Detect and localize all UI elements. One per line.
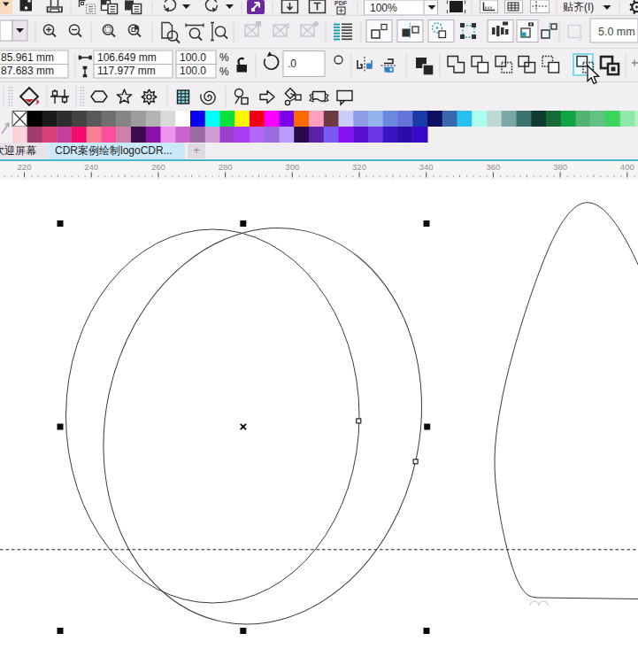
svg-text:360: 360	[486, 162, 500, 172]
svg-text:100.0: 100.0	[180, 65, 206, 77]
svg-text:5.0 mm: 5.0 mm	[598, 26, 635, 38]
svg-text:100.0: 100.0	[180, 51, 206, 64]
svg-text:400: 400	[620, 162, 634, 172]
svg-text:280: 280	[219, 162, 233, 172]
svg-text:85.961 mm: 85.961 mm	[1, 51, 54, 64]
svg-text:PDF: PDF	[334, 0, 348, 6]
svg-text:260: 260	[151, 162, 165, 172]
svg-text:300: 300	[285, 162, 299, 172]
svg-text:贴齐(I): 贴齐(I)	[563, 1, 594, 13]
svg-text:117.977 mm: 117.977 mm	[97, 65, 156, 77]
svg-text:%: %	[219, 51, 229, 64]
svg-text:240: 240	[84, 162, 98, 172]
svg-text:.0: .0	[288, 58, 296, 70]
svg-text:340: 340	[419, 162, 434, 172]
svg-text:220: 220	[18, 162, 32, 172]
svg-text:100%: 100%	[370, 2, 397, 14]
svg-text:87.683 mm: 87.683 mm	[1, 65, 54, 77]
svg-text:320: 320	[352, 162, 366, 172]
svg-text:380: 380	[553, 162, 567, 172]
svg-text:%: %	[219, 66, 229, 78]
svg-text:106.649 mm: 106.649 mm	[97, 51, 157, 64]
